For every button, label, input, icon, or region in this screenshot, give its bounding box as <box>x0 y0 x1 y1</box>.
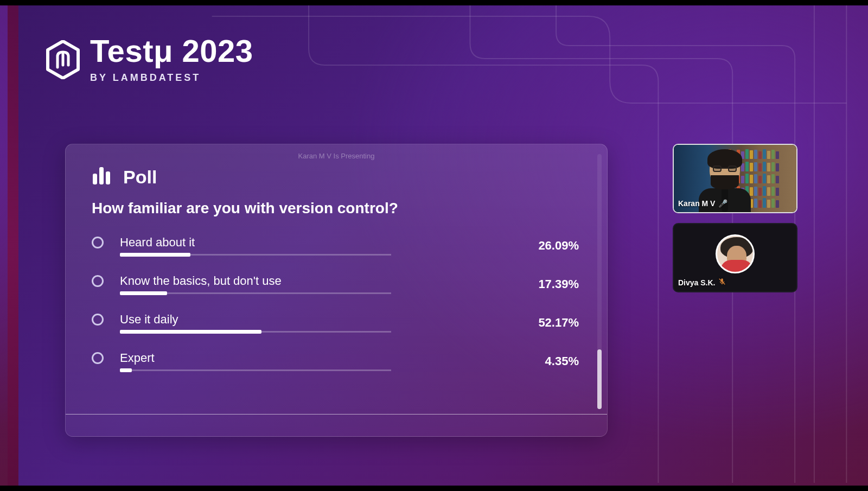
poll-scrollbar-thumb[interactable] <box>597 349 602 409</box>
poll-options: Heard about it 26.09% Know the basics, b… <box>92 235 581 371</box>
poll-question: How familiar are you with version contro… <box>92 200 581 217</box>
poll-bar-track <box>120 292 391 294</box>
participant-name: Karan M V <box>678 199 715 208</box>
participant-name-badge: Divya S.K. <box>678 278 726 287</box>
poll-option-percent: 17.39% <box>516 277 581 291</box>
participant-name-badge: Karan M V 🎤 <box>678 199 727 208</box>
svg-rect-1 <box>99 167 104 184</box>
poll-option-percent: 26.09% <box>516 239 581 253</box>
event-byline: BY LAMBDATEST <box>90 72 253 84</box>
poll-option: Heard about it 26.09% <box>92 235 581 256</box>
svg-rect-0 <box>93 174 97 184</box>
poll-option-label: Heard about it <box>120 235 506 250</box>
participant-tile-camera[interactable]: Karan M V 🎤 <box>673 144 797 213</box>
event-title: Testμ 2023 <box>90 35 253 67</box>
event-logo: Testμ 2023 BY LAMBDATEST <box>46 35 253 84</box>
presentation-stage: Testμ 2023 BY LAMBDATEST Karan M V Is Pr… <box>0 5 868 486</box>
poll-bar-fill <box>120 368 132 372</box>
poll-radio[interactable] <box>92 314 104 326</box>
poll-radio[interactable] <box>92 237 104 248</box>
letterbox-bottom <box>0 486 868 491</box>
poll-option-label: Know the basics, but don't use <box>120 274 506 288</box>
poll-scrollbar[interactable] <box>597 154 602 409</box>
poll-bar-fill <box>120 330 261 334</box>
poll-bar-track <box>120 254 391 256</box>
poll-option-label: Use it daily <box>120 313 506 327</box>
poll-option-percent: 4.35% <box>516 354 581 368</box>
poll-option: Know the basics, but don't use 17.39% <box>92 274 581 294</box>
poll-option-percent: 52.17% <box>516 316 581 330</box>
poll-bar-fill <box>120 253 190 257</box>
poll-bar-fill <box>120 291 167 295</box>
logo-hex-icon <box>46 40 80 79</box>
poll-option: Expert 4.35% <box>92 351 581 371</box>
poll-radio[interactable] <box>92 352 104 364</box>
participant-name: Divya S.K. <box>678 278 715 287</box>
poll-card-divider <box>66 414 607 415</box>
svg-rect-2 <box>106 171 110 184</box>
poll-card: Karan M V Is Presenting Poll How familia… <box>65 144 608 437</box>
poll-bar-track <box>120 331 391 333</box>
mic-muted-icon <box>718 278 726 287</box>
poll-icon <box>92 166 113 188</box>
poll-bar-track <box>120 369 391 371</box>
participant-tiles: Karan M V 🎤 Divya S.K. <box>673 144 797 292</box>
poll-radio[interactable] <box>92 275 104 287</box>
mic-icon: 🎤 <box>718 199 727 208</box>
participant-avatar <box>716 234 755 273</box>
decorative-left-edge <box>8 5 18 486</box>
poll-option: Use it daily 52.17% <box>92 313 581 333</box>
letterbox-top <box>0 0 868 5</box>
poll-option-label: Expert <box>120 351 506 365</box>
participant-tile-avatar[interactable]: Divya S.K. <box>673 223 797 292</box>
poll-section-title: Poll <box>123 167 157 188</box>
presenting-note: Karan M V Is Presenting <box>298 152 375 160</box>
